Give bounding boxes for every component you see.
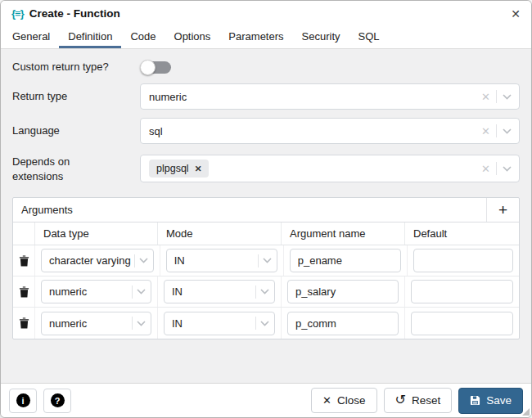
sql-help-button[interactable]: i [9, 389, 37, 413]
argument-name-input[interactable] [290, 249, 401, 272]
chevron-down-icon[interactable] [260, 321, 269, 326]
language-value: sql [149, 125, 163, 137]
default-input[interactable] [411, 312, 513, 335]
delete-argument-button[interactable] [13, 308, 35, 339]
footer-actions: ✕ Close ↺ Reset Save [311, 388, 523, 414]
return-type-label: Return type [12, 89, 140, 104]
chevron-down-icon[interactable] [503, 94, 512, 100]
custom-return-type-toggle[interactable] [140, 60, 172, 75]
return-type-select[interactable]: numeric ✕ [140, 83, 520, 110]
save-icon [470, 395, 480, 406]
column-header-data-type: Data type [35, 222, 158, 245]
trash-icon [19, 255, 29, 267]
mode-select[interactable]: IN [164, 312, 275, 335]
arguments-header: Arguments + [13, 198, 519, 222]
divider [496, 162, 497, 175]
tab-parameters[interactable]: Parameters [219, 26, 292, 48]
tab-general[interactable]: General [3, 26, 59, 48]
reset-button-label: Reset [412, 394, 440, 407]
language-row: Language sql ✕ [12, 118, 520, 144]
close-button[interactable]: ✕ Close [311, 388, 376, 413]
return-type-row: Return type numeric ✕ [12, 83, 520, 110]
column-header-default: Default [405, 222, 519, 245]
toggle-knob [140, 60, 156, 75]
trash-icon [19, 317, 29, 329]
mode-select[interactable]: IN [164, 280, 275, 303]
close-icon[interactable]: ✕ [511, 7, 521, 20]
language-label: Language [12, 124, 140, 138]
data-type-value: numeric [49, 285, 128, 298]
data-type-select[interactable]: numeric [41, 280, 151, 303]
chevron-down-icon[interactable] [260, 289, 269, 294]
resize-handle[interactable] [522, 408, 530, 416]
chevron-down-icon[interactable] [503, 128, 512, 134]
argument-name-input[interactable] [287, 312, 399, 335]
divider [496, 90, 497, 103]
tab-sql[interactable]: SQL [349, 26, 389, 48]
clear-icon[interactable]: ✕ [481, 91, 490, 103]
chevron-down-icon[interactable] [137, 289, 146, 294]
save-button[interactable]: Save [458, 388, 523, 414]
dialog-help-button[interactable]: ? [43, 389, 71, 413]
close-button-label: Close [337, 394, 366, 407]
argument-row: numeric IN [13, 276, 519, 308]
chevron-down-icon[interactable] [503, 166, 512, 172]
info-icon: i [16, 393, 30, 407]
depends-on-extensions-select[interactable]: plpgsql ✕ ✕ [140, 155, 520, 182]
arguments-title: Arguments [13, 204, 73, 216]
tab-code[interactable]: Code [121, 26, 165, 48]
argument-name-input[interactable] [287, 280, 399, 303]
trash-icon [19, 286, 29, 298]
data-type-select[interactable]: numeric [41, 312, 151, 335]
mode-value: IN [172, 285, 252, 298]
divider [255, 317, 256, 330]
add-argument-button[interactable]: + [486, 198, 519, 222]
close-icon: ✕ [322, 394, 331, 407]
divider [134, 254, 135, 267]
return-type-value: numeric [149, 91, 187, 103]
dialog-title: Create - Function [29, 7, 120, 20]
delete-argument-button[interactable] [13, 245, 35, 276]
default-input[interactable] [411, 280, 513, 303]
create-function-dialog: {≡} Create - Function ✕ General Definiti… [0, 0, 532, 418]
extension-chip[interactable]: plpgsql ✕ [149, 160, 209, 178]
mode-value: IN [172, 317, 252, 330]
clear-icon[interactable]: ✕ [481, 125, 490, 137]
divider [255, 285, 256, 299]
chevron-down-icon[interactable] [263, 258, 272, 263]
divider [258, 254, 259, 267]
extension-chip-label: plpgsql [156, 163, 189, 174]
data-type-select[interactable]: character varying [41, 249, 154, 272]
tab-definition[interactable]: Definition [59, 26, 121, 48]
argument-row: character varying IN [13, 245, 519, 276]
clear-icon[interactable]: ✕ [481, 163, 490, 175]
chevron-down-icon[interactable] [139, 258, 148, 263]
reset-button[interactable]: ↺ Reset [384, 388, 453, 413]
custom-return-type-label: Custom return type? [12, 60, 140, 74]
divider [496, 124, 497, 137]
function-icon: {≡} [11, 7, 24, 20]
argument-row: numeric IN [13, 308, 519, 339]
custom-return-type-row: Custom return type? [12, 59, 520, 75]
arguments-grid-header: Data type Mode Argument name Default [13, 222, 519, 245]
column-header-mode: Mode [158, 222, 282, 245]
tab-security[interactable]: Security [293, 26, 349, 48]
dialog-tabbar: General Definition Code Options Paramete… [1, 26, 531, 49]
mode-select[interactable]: IN [166, 249, 277, 272]
data-type-value: numeric [49, 317, 128, 330]
chevron-down-icon[interactable] [137, 321, 146, 326]
trash-column-header [13, 222, 35, 245]
reset-icon: ↺ [395, 393, 406, 407]
delete-argument-button[interactable] [13, 276, 35, 307]
dialog-titlebar: {≡} Create - Function ✕ [1, 1, 531, 26]
column-header-argument-name: Argument name [282, 222, 405, 245]
chip-remove-icon[interactable]: ✕ [195, 164, 202, 173]
dialog-footer: i ? ✕ Close ↺ Reset Save [1, 383, 531, 417]
definition-tab-panel: Custom return type? Return type numeric … [1, 49, 531, 383]
language-select[interactable]: sql ✕ [140, 118, 520, 144]
default-input[interactable] [413, 249, 513, 272]
tab-options[interactable]: Options [165, 26, 220, 48]
data-type-value: character varying [49, 254, 131, 267]
help-icon: ? [51, 393, 65, 407]
arguments-panel: Arguments + Data type Mode Argument name… [12, 197, 520, 339]
